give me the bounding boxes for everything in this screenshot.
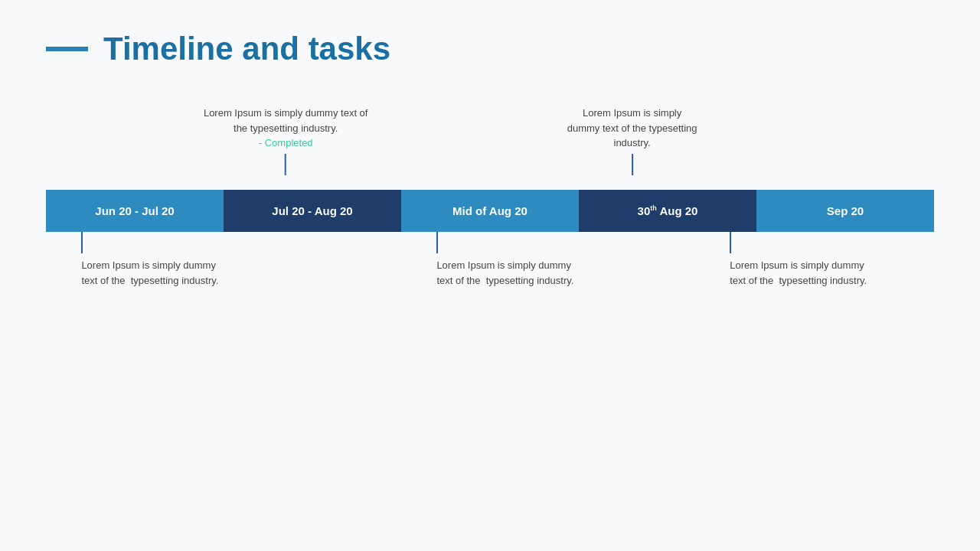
segment-1-label: Jun 20 - Jul 20: [95, 204, 174, 217]
timeline-segment-4: 30th Aug 20: [579, 190, 756, 232]
top-annotation-2: Lorem Ipsum is simplydummy text of the t…: [567, 106, 697, 175]
timeline-segment-5: Sep 20: [756, 190, 934, 232]
header: Timeline and tasks: [0, 0, 980, 83]
bottom-annotation-3: Lorem Ipsum is simply dummytext of the t…: [730, 232, 867, 288]
timeline-segment-3: Mid of Aug 20: [401, 190, 579, 232]
page-title: Timeline and tasks: [103, 31, 390, 67]
timeline-bar: Jun 20 - Jul 20 Jul 20 - Aug 20 Mid of A…: [46, 190, 934, 232]
bottom-annotation-1-text: Lorem Ipsum is simply dummytext of the t…: [81, 258, 218, 288]
timeline-segment-2: Jul 20 - Aug 20: [224, 190, 401, 232]
bottom-annotations: Lorem Ipsum is simply dummytext of the t…: [46, 232, 934, 324]
header-accent-bar: [46, 47, 88, 51]
top-annotation-1: Lorem Ipsum is simply dummy text ofthe t…: [204, 106, 368, 175]
timeline-segment-1: Jun 20 - Jul 20: [46, 190, 224, 232]
bottom-connector-2: [436, 232, 438, 253]
bottom-connector-3: [730, 232, 731, 253]
segment-3-label: Mid of Aug 20: [452, 204, 528, 217]
bottom-annotation-3-text: Lorem Ipsum is simply dummytext of the t…: [730, 258, 867, 288]
bottom-annotation-2-text: Lorem Ipsum is simply dummytext of the t…: [436, 258, 573, 288]
top-annotation-2-text: Lorem Ipsum is simplydummy text of the t…: [567, 106, 697, 151]
top-annotation-1-text: Lorem Ipsum is simply dummy text ofthe t…: [204, 106, 368, 151]
segment-2-label: Jul 20 - Aug 20: [272, 204, 352, 217]
completed-status: - Completed: [259, 137, 313, 148]
page: Timeline and tasks Lorem Ipsum is simply…: [0, 0, 980, 551]
bottom-connector-1: [81, 232, 83, 253]
top-connector-2: [632, 154, 633, 175]
top-connector-1: [285, 154, 286, 175]
timeline-container: Lorem Ipsum is simply dummy text ofthe t…: [46, 106, 934, 324]
bottom-annotation-1: Lorem Ipsum is simply dummytext of the t…: [81, 232, 218, 288]
segment-4-label: 30th Aug 20: [638, 204, 698, 217]
segment-5-label: Sep 20: [827, 204, 864, 217]
top-annotations: Lorem Ipsum is simply dummy text ofthe t…: [46, 106, 934, 190]
bottom-annotation-2: Lorem Ipsum is simply dummytext of the t…: [436, 232, 573, 288]
